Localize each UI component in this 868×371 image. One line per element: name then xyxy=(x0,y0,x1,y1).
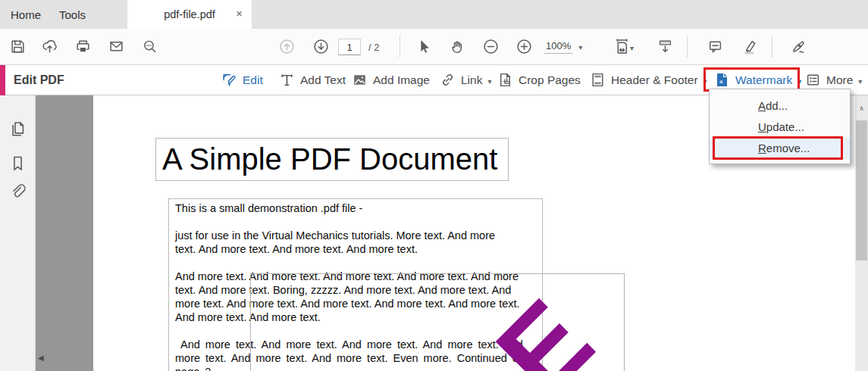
menu-item-remove[interactable]: Remove... xyxy=(710,138,850,159)
comment-button[interactable] xyxy=(702,34,728,59)
tab-tools[interactable]: Tools xyxy=(59,0,86,29)
scrollbar-thumb[interactable] xyxy=(856,120,867,260)
bookmarks-icon[interactable] xyxy=(9,154,27,172)
fit-width-icon xyxy=(614,39,630,55)
zoom-level-value: 100% xyxy=(544,40,572,54)
close-tab-icon[interactable]: × xyxy=(236,7,243,20)
share-button[interactable] xyxy=(36,34,62,59)
header-footer-button[interactable]: Header & Footer xyxy=(590,65,707,95)
menu-item-add-label: Add... xyxy=(758,95,788,117)
header-footer-label: Header & Footer xyxy=(611,73,698,87)
toolbar-separator xyxy=(772,36,772,58)
tab-document-label: pdf-file.pdf xyxy=(164,8,215,20)
menu-item-update[interactable]: Update... xyxy=(710,117,850,138)
chevron-down-icon xyxy=(487,73,491,87)
edit-pdf-title: Edit PDF xyxy=(14,65,64,95)
print-button[interactable] xyxy=(70,34,96,59)
highlight-button[interactable] xyxy=(737,34,763,59)
add-image-button[interactable]: Add Image xyxy=(352,65,430,95)
watermark-icon xyxy=(714,72,730,88)
more-options-icon xyxy=(805,72,821,88)
vertical-scrollbar[interactable] xyxy=(855,95,868,371)
search-more-icon xyxy=(142,39,158,55)
acrobat-window: Home Tools pdf-file.pdf × / 2 xyxy=(0,0,868,371)
link-button[interactable]: Link xyxy=(440,65,491,95)
tab-home[interactable]: Home xyxy=(11,0,41,29)
save-button[interactable] xyxy=(5,34,30,59)
pdf-title-textbox[interactable]: A Simple PDF Document xyxy=(155,138,509,181)
scroll-page-icon xyxy=(657,39,673,55)
menu-item-remove-label: Remove... xyxy=(758,138,810,159)
fountain-pen-icon xyxy=(791,39,807,55)
comment-bubble-icon xyxy=(707,39,723,55)
chevron-down-icon xyxy=(797,73,801,87)
chevron-down-icon xyxy=(630,40,634,54)
cursor-icon xyxy=(415,39,431,55)
printer-icon xyxy=(75,39,91,55)
fit-width-button[interactable] xyxy=(606,34,641,59)
link-icon xyxy=(440,72,456,88)
paragraph: This is a small demonstration .pdf file … xyxy=(175,201,542,215)
chevron-down-icon xyxy=(703,73,707,87)
edit-button-label: Edit xyxy=(243,73,263,87)
accent-bar xyxy=(0,65,5,95)
crop-pages-icon xyxy=(497,72,513,88)
scrolling-mode-button[interactable] xyxy=(652,34,678,59)
page-number-input[interactable] xyxy=(338,39,361,55)
paragraph: just for use in the Virtual Mechanics tu… xyxy=(175,229,542,256)
add-image-icon xyxy=(352,72,368,88)
tab-bar: Home Tools pdf-file.pdf × xyxy=(0,0,868,29)
header-footer-icon xyxy=(590,72,606,88)
zoom-in-button[interactable] xyxy=(511,34,537,59)
previous-page-button[interactable] xyxy=(274,34,299,59)
crop-pages-label: Crop Pages xyxy=(519,73,581,87)
toolbar-separator xyxy=(400,36,400,58)
edit-pencil-icon xyxy=(221,72,237,88)
add-text-label: Add Text xyxy=(300,73,346,87)
attachments-icon[interactable] xyxy=(9,183,27,201)
add-text-button[interactable]: Add Text xyxy=(279,65,346,95)
collapse-pane-arrow[interactable] xyxy=(38,350,47,360)
save-icon xyxy=(10,39,26,55)
scroll-up-icon[interactable] xyxy=(855,100,868,114)
more-label: More xyxy=(826,73,853,87)
envelope-icon xyxy=(108,39,124,55)
menu-item-update-label: Update... xyxy=(758,117,804,138)
highlighter-icon xyxy=(742,39,758,55)
watermark-dropdown-menu: Add... Update... Remove... xyxy=(709,89,851,164)
menu-item-add[interactable]: Add... xyxy=(710,95,850,117)
chevron-down-icon xyxy=(578,41,582,52)
link-label: Link xyxy=(461,73,482,87)
watermark-label: Watermark xyxy=(735,73,792,87)
zoom-out-button[interactable] xyxy=(478,34,503,59)
add-image-label: Add Image xyxy=(373,73,430,87)
edit-button[interactable]: Edit xyxy=(221,65,263,95)
add-text-icon xyxy=(279,72,295,88)
hand-icon xyxy=(450,39,465,55)
next-page-button[interactable] xyxy=(308,34,334,59)
select-tool-button[interactable] xyxy=(410,34,436,59)
toolbar-separator xyxy=(687,36,688,58)
tab-document[interactable]: pdf-file.pdf × xyxy=(127,0,252,29)
chevron-down-icon xyxy=(858,73,862,87)
page-thumbnails-icon[interactable] xyxy=(9,120,27,137)
cloud-upload-icon xyxy=(42,39,58,55)
navigation-sidebar xyxy=(0,95,36,371)
minus-circle-icon xyxy=(483,39,499,55)
search-tools-button[interactable] xyxy=(136,34,162,59)
hand-tool-button[interactable] xyxy=(444,34,470,59)
sign-button[interactable] xyxy=(785,34,811,59)
page-up-icon xyxy=(279,39,295,55)
pdf-body-textbox[interactable]: This is a small demonstration .pdf file … xyxy=(168,198,543,371)
page-count-label: / 2 xyxy=(368,42,379,53)
plus-circle-icon xyxy=(516,39,532,55)
main-toolbar: / 2 100% xyxy=(0,29,868,65)
page-down-icon xyxy=(313,39,329,55)
crop-pages-button[interactable]: Crop Pages xyxy=(497,65,581,95)
zoom-level-dropdown[interactable]: 100% xyxy=(544,34,582,59)
email-button[interactable] xyxy=(103,34,129,59)
